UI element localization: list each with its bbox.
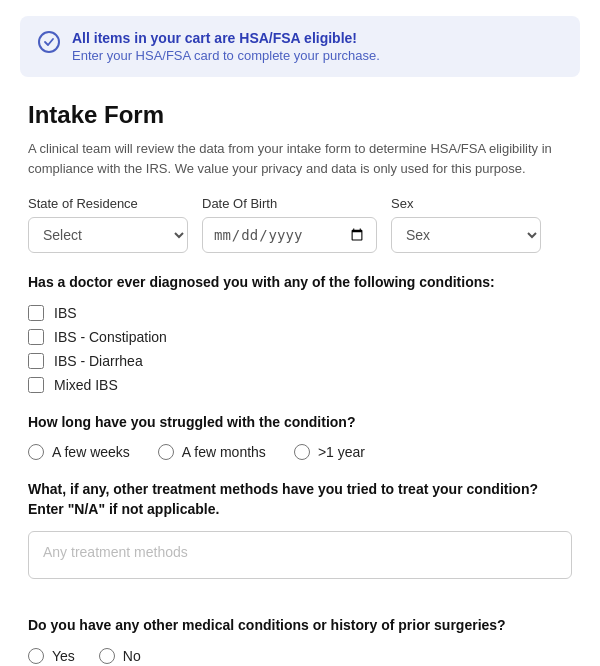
radio-other-no[interactable]: [99, 648, 115, 664]
sex-select[interactable]: Sex Male Female Other: [391, 217, 541, 253]
dob-input[interactable]: [202, 217, 377, 253]
sex-label: Sex: [391, 196, 541, 211]
other-conditions-yes[interactable]: Yes: [28, 648, 75, 664]
conditions-section: Has a doctor ever diagnosed you with any…: [28, 273, 572, 393]
condition-ibs-diarrhea-label: IBS - Diarrhea: [54, 353, 143, 369]
hsa-fsa-banner: All items in your cart are HSA/FSA eligi…: [20, 16, 580, 77]
condition-ibs-label: IBS: [54, 305, 77, 321]
radio-few-weeks[interactable]: [28, 444, 44, 460]
duration-question: How long have you struggled with the con…: [28, 413, 572, 433]
other-no-label: No: [123, 648, 141, 664]
other-conditions-radio-group: Yes No: [28, 648, 572, 664]
check-circle-icon: [38, 31, 60, 53]
duration-few-weeks-label: A few weeks: [52, 444, 130, 460]
field-row-top: State of Residence Select Date Of Birth …: [28, 196, 572, 253]
sex-field-group: Sex Sex Male Female Other: [391, 196, 541, 253]
checkbox-ibs-constipation[interactable]: [28, 329, 44, 345]
radio-one-year[interactable]: [294, 444, 310, 460]
duration-one-year[interactable]: >1 year: [294, 444, 365, 460]
duration-radio-group: A few weeks A few months >1 year: [28, 444, 572, 460]
duration-few-weeks[interactable]: A few weeks: [28, 444, 130, 460]
condition-ibs-constipation-label: IBS - Constipation: [54, 329, 167, 345]
conditions-checkbox-group: IBS IBS - Constipation IBS - Diarrhea Mi…: [28, 305, 572, 393]
dob-field-group: Date Of Birth: [202, 196, 377, 253]
banner-subtitle: Enter your HSA/FSA card to complete your…: [72, 48, 380, 63]
radio-other-yes[interactable]: [28, 648, 44, 664]
condition-ibs-diarrhea[interactable]: IBS - Diarrhea: [28, 353, 572, 369]
duration-few-months[interactable]: A few months: [158, 444, 266, 460]
duration-one-year-label: >1 year: [318, 444, 365, 460]
checkbox-ibs[interactable]: [28, 305, 44, 321]
other-yes-label: Yes: [52, 648, 75, 664]
checkbox-mixed-ibs[interactable]: [28, 377, 44, 393]
checkbox-ibs-diarrhea[interactable]: [28, 353, 44, 369]
other-conditions-question: Do you have any other medical conditions…: [28, 616, 572, 636]
dob-label: Date Of Birth: [202, 196, 377, 211]
intake-form: Intake Form A clinical team will review …: [0, 93, 600, 666]
form-title: Intake Form: [28, 101, 572, 129]
form-description: A clinical team will review the data fro…: [28, 139, 572, 178]
treatment-section: What, if any, other treatment methods ha…: [28, 480, 572, 600]
other-conditions-section: Do you have any other medical conditions…: [28, 616, 572, 664]
treatment-input[interactable]: [28, 531, 572, 579]
banner-title: All items in your cart are HSA/FSA eligi…: [72, 30, 380, 46]
duration-few-months-label: A few months: [182, 444, 266, 460]
conditions-question: Has a doctor ever diagnosed you with any…: [28, 273, 572, 293]
condition-ibs[interactable]: IBS: [28, 305, 572, 321]
state-field-group: State of Residence Select: [28, 196, 188, 253]
state-select[interactable]: Select: [28, 217, 188, 253]
state-label: State of Residence: [28, 196, 188, 211]
condition-mixed-ibs[interactable]: Mixed IBS: [28, 377, 572, 393]
treatment-question: What, if any, other treatment methods ha…: [28, 480, 572, 519]
condition-ibs-constipation[interactable]: IBS - Constipation: [28, 329, 572, 345]
condition-mixed-ibs-label: Mixed IBS: [54, 377, 118, 393]
radio-few-months[interactable]: [158, 444, 174, 460]
other-conditions-no[interactable]: No: [99, 648, 141, 664]
banner-text: All items in your cart are HSA/FSA eligi…: [72, 30, 380, 63]
duration-section: How long have you struggled with the con…: [28, 413, 572, 461]
